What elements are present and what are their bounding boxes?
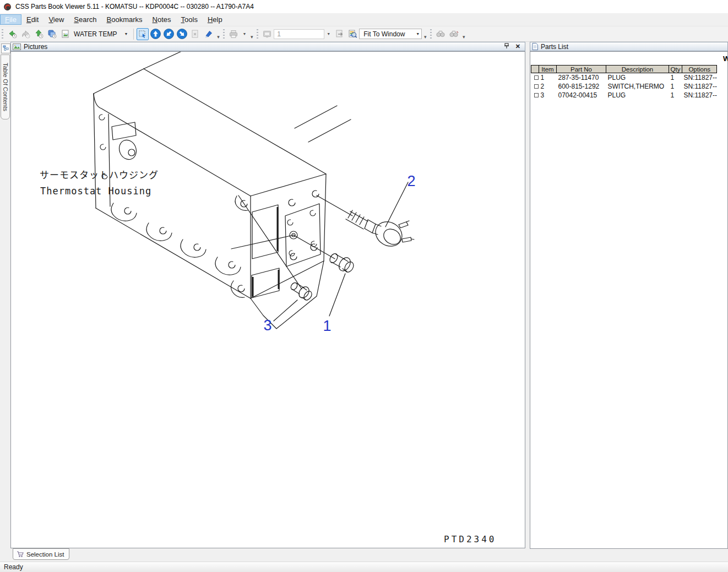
recent-pages-button[interactable] [45,28,58,41]
slide-icon [262,29,272,39]
toolbar-overflow-button[interactable]: ▾ [422,28,428,41]
menu-tools[interactable]: Tools [176,14,203,25]
print-dropdown-button[interactable]: ▼ [240,30,248,37]
toc-tab-label: Table Of Contents [2,63,9,111]
menu-help[interactable]: Help [203,14,227,25]
page-number-dropdown-button[interactable]: ▼ [324,30,333,37]
pictures-icon [13,43,21,50]
page-number-value: 1 [277,30,281,38]
page-remove-icon [191,29,200,39]
zoom-level-value: Fit To Window [363,30,405,38]
close-icon[interactable]: ✕ [515,43,520,50]
circle-arrow-down-left-icon [164,29,174,39]
picture-page-button[interactable] [58,28,72,41]
chevron-down-icon[interactable]: ▼ [122,31,129,37]
pin-icon[interactable] [504,43,509,51]
forward-button[interactable] [19,28,32,41]
parts-drawing[interactable]: サーモスタットハウジング Thermostat Housing PTD2340 … [11,52,525,548]
callout-1[interactable]: 1 [323,318,331,334]
menu-edit[interactable]: Edit [21,14,44,25]
cell-part-no: 07042-00415 [557,91,606,100]
callout-leader-lines [231,182,408,321]
cell-description: PLUG [606,73,669,82]
toolbar-overflow-button[interactable]: ▾ [248,28,255,41]
pictures-panel-header: Pictures ✕ [10,42,525,51]
menu-file[interactable]: File [0,14,21,25]
label-english: Thermostat Housing [40,186,151,197]
col-select [531,66,539,73]
pages-history-icon [47,29,57,39]
first-picture-button[interactable] [149,28,162,41]
binoculars-next-icon [449,30,459,38]
drawing-number: PTD2340 [444,534,496,544]
cell-qty: 1 [669,73,682,82]
tab-selection-list[interactable]: Selection List [13,548,69,560]
menu-bar: File Edit View Search Bookmarks Notes To… [0,13,728,26]
toolbar-grip[interactable] [430,29,432,39]
up-level-button[interactable] [32,28,45,41]
label-japanese: サーモスタットハウジング [40,170,159,181]
cell-item: 2 [539,82,557,91]
print-button[interactable] [227,28,240,41]
col-part-no[interactable]: Part No [557,66,606,73]
book-combo[interactable]: WATER TEMP ▼ [72,29,131,40]
toc-dock-button[interactable] [1,43,10,53]
toolbar-grip[interactable] [257,29,258,39]
toolbar-overflow-button[interactable]: ▾ [215,28,221,41]
find-previous-button[interactable] [434,28,447,41]
toolbar-grip[interactable] [223,29,225,39]
housing-slot-shadows [253,207,279,297]
callout-3[interactable]: 3 [263,317,271,334]
select-picture-tool-button[interactable] [137,28,149,40]
menu-bookmarks[interactable]: Bookmarks [102,14,148,25]
window-title: CSS Parts Book Viewer 5.11 - KOMATSU -- … [15,3,254,10]
zoom-level-combo[interactable]: Fit To Window ▼ [359,29,422,39]
col-qty[interactable]: Qty [669,66,682,73]
switch-thermo-part [346,210,414,251]
row-checkbox[interactable] [534,84,539,89]
callout-2[interactable]: 2 [407,173,415,189]
back-icon [8,29,17,39]
col-description[interactable]: Description [606,66,669,73]
cell-qty: 1 [669,91,682,100]
table-row[interactable]: 2 600-815-1292 SWITCH,THERMO 1 SN:11827-… [531,82,717,91]
zoom-tool-button[interactable] [346,28,359,41]
cart-icon [17,551,24,558]
up-arrow-icon [34,29,44,39]
next-picture-button[interactable] [175,28,188,41]
forward-icon [21,29,30,39]
toolbar-grip[interactable] [2,29,3,39]
back-button[interactable] [6,28,19,41]
menu-view[interactable]: View [44,14,69,25]
table-row[interactable]: 1 287-35-11470 PLUG 1 SN:11827-- [531,73,717,82]
book-combo-value: WATER TEMP [74,30,117,38]
toolbar-overflow-button[interactable]: ▾ [460,28,467,41]
slideshow-button[interactable] [260,28,274,41]
col-item[interactable]: Item [539,66,557,73]
remove-picture-button[interactable] [188,28,202,41]
find-next-button[interactable] [447,28,460,41]
plug-part-1 [328,252,355,274]
highlighter-button[interactable] [202,28,215,41]
cell-part-no: 600-815-1292 [557,82,606,91]
pictures-canvas[interactable]: サーモスタットハウジング Thermostat Housing PTD2340 … [10,51,525,548]
zoom-icon [348,29,357,39]
page-number-input[interactable]: 1 [274,29,324,39]
row-checkbox[interactable] [534,93,539,97]
row-checkbox[interactable] [534,75,539,80]
table-row[interactable]: 3 07042-00415 PLUG 1 SN:11827-- [531,91,717,100]
app-logo-icon [3,3,12,11]
parts-panel-title: Parts List [541,43,568,51]
cell-item: 1 [539,73,557,82]
col-options[interactable]: Options [682,66,717,73]
cell-options: SN:11827-- [682,82,717,91]
picture-page-icon [61,29,70,39]
plug-part-3 [290,281,313,301]
goto-page-button[interactable] [333,28,346,41]
cell-part-no: 287-35-11470 [557,73,606,82]
menu-search[interactable]: Search [69,14,101,25]
toc-tree-icon [3,45,9,52]
sidebar-tab-table-of-contents[interactable]: Table Of Contents [1,55,10,119]
previous-picture-button[interactable] [162,28,175,41]
menu-notes[interactable]: Notes [148,14,176,25]
